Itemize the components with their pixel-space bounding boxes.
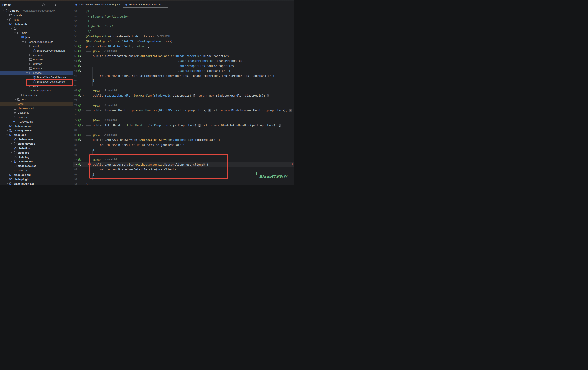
tree-item-authapplication[interactable]: CAuthApplication: [0, 88, 73, 93]
bean-navigate-right-icon[interactable]: [78, 69, 81, 72]
author-hint[interactable]: smallchill: [104, 104, 117, 107]
tree-item-blade-report[interactable]: blade-report: [0, 159, 73, 164]
line-number[interactable]: 54: [73, 25, 77, 28]
line-number[interactable]: 77: [73, 119, 77, 122]
chevron-down-icon[interactable]: [13, 32, 17, 34]
code-line-53[interactable]: 53 *: [73, 19, 294, 24]
code-line-51[interactable]: 51/**: [73, 9, 294, 14]
tree-item-blade-job[interactable]: blade-job: [0, 150, 73, 155]
author-hint[interactable]: smallchill: [104, 133, 117, 136]
code-line-56[interactable]: 56@Configuration(proxyBeanMethods = fals…: [73, 34, 294, 39]
chevron-right-icon[interactable]: [9, 160, 13, 163]
line-number[interactable]: 68: [73, 94, 77, 97]
tree-item-blade-auth[interactable]: blade-auth: [0, 22, 73, 26]
chevron-right-icon[interactable]: [9, 156, 13, 158]
line-number[interactable]: 55: [73, 30, 77, 33]
editor-tab-bladeauthconfiguration-java[interactable]: CBladeAuthConfiguration.java×: [123, 1, 168, 8]
line-number[interactable]: 60: [73, 55, 77, 57]
code-line-88[interactable]: 88public OAuth2UserService oAuth2UserSer…: [73, 162, 294, 167]
code-line-72[interactable]: 72@Beansmallchill: [73, 103, 294, 108]
chevron-right-icon[interactable]: [25, 54, 29, 56]
hide-panel-icon[interactable]: [66, 3, 70, 6]
bean-navigate-left-icon[interactable]: [78, 104, 81, 107]
line-number[interactable]: 91: [73, 178, 77, 181]
tree-item-bladeuserdetailservice[interactable]: CBladeUserDetailService: [0, 79, 73, 84]
fold-chevron-icon[interactable]: >: [82, 124, 84, 126]
tree-item-blade-plugin[interactable]: blade-plugin: [0, 177, 73, 181]
code-line-85[interactable]: 85}: [73, 147, 294, 152]
chevron-right-icon[interactable]: [9, 151, 13, 154]
tree-item-pom-xml[interactable]: mpom.xml: [0, 115, 73, 119]
line-number[interactable]: 51: [73, 10, 77, 13]
tree-item-blade-resource[interactable]: blade-resource: [0, 164, 73, 168]
tree-item-config[interactable]: config: [0, 44, 73, 48]
chevron-right-icon[interactable]: [9, 147, 13, 149]
chevron-down-icon[interactable]: [25, 45, 29, 47]
tree-item-blade-develop[interactable]: blade-develop: [0, 141, 73, 146]
code-line-67[interactable]: 67@Beansmallchill: [73, 88, 294, 93]
tree-item-granter[interactable]: granter: [0, 62, 73, 66]
line-number[interactable]: 92: [73, 183, 77, 185]
code-line-52[interactable]: 52 * BladeAuthConfiguration: [73, 14, 294, 19]
code-line-61[interactable]: 61 BladeTenantProperties tenantPropertie…: [73, 58, 294, 63]
tree-item-target[interactable]: target: [0, 102, 73, 106]
chevron-right-icon[interactable]: [5, 18, 9, 21]
tree-item-pom-xml[interactable]: mpom.xml: [0, 168, 73, 172]
close-icon[interactable]: ×: [164, 3, 166, 6]
line-number[interactable]: 82: [73, 134, 77, 137]
line-number[interactable]: 52: [73, 15, 77, 18]
tree-item-endpoint[interactable]: endpoint: [0, 57, 73, 62]
code-line-57[interactable]: 57@AutoConfigureBefore(OAuth2AutoConfigu…: [73, 39, 294, 44]
code-line-66[interactable]: 66: [73, 83, 294, 88]
expand-all-icon[interactable]: [47, 3, 51, 6]
tree-item-resources[interactable]: resources: [0, 93, 73, 97]
line-number[interactable]: 88: [73, 163, 77, 166]
chevron-right-icon[interactable]: [9, 142, 13, 145]
author-hint[interactable]: smallchill: [104, 89, 117, 92]
line-number[interactable]: 56: [73, 35, 77, 38]
tree-item-bladeauthconfiguration[interactable]: CBladeAuthConfiguration: [0, 48, 73, 53]
code-line-68[interactable]: 68>public BladeLockHandler lockHandler(B…: [73, 93, 294, 98]
tree-item--claude[interactable]: .claude: [0, 13, 73, 17]
bean-navigate-right-icon[interactable]: [78, 163, 81, 166]
chevron-down-icon[interactable]: [17, 36, 21, 39]
editor[interactable]: 51/**52 * BladeAuthConfiguration53 *54 *…: [73, 8, 294, 185]
line-number[interactable]: 85: [73, 148, 77, 151]
chevron-down-icon[interactable]: [21, 41, 25, 43]
line-number[interactable]: 78: [73, 124, 77, 127]
line-number[interactable]: 83: [73, 138, 77, 141]
chevron-right-icon[interactable]: [25, 67, 29, 70]
line-number[interactable]: 63: [73, 69, 77, 72]
code-line-65[interactable]: 65}: [73, 78, 294, 83]
author-hint[interactable]: smallchill: [104, 118, 117, 121]
tree-item--idea[interactable]: .idea: [0, 17, 73, 22]
code-line-58[interactable]: 58public class BladeAuthConfiguration {: [73, 44, 294, 49]
tree-item-main[interactable]: main: [0, 31, 73, 35]
code-line-73[interactable]: 73>public PasswordHandler passwordHandle…: [73, 108, 294, 113]
tree-item-bladex[interactable]: BladeX~/Workspaces/product/BladeX: [0, 9, 73, 13]
code-line-64[interactable]: 64return new BladeAuthorizationHandler(b…: [73, 73, 294, 78]
line-number[interactable]: 73: [73, 109, 77, 112]
chevron-right-icon[interactable]: [17, 94, 21, 96]
tree-item-service[interactable]: service: [0, 71, 73, 75]
chevron-right-icon[interactable]: [9, 138, 13, 140]
line-number[interactable]: 81: [73, 128, 77, 131]
tree-item-test[interactable]: test: [0, 97, 73, 102]
line-number[interactable]: 84: [73, 144, 77, 146]
code-line-81[interactable]: 81: [73, 127, 294, 133]
author-hint[interactable]: smallchill: [104, 158, 117, 161]
project-view-selector[interactable]: Project: [2, 3, 14, 6]
chevron-right-icon[interactable]: [5, 178, 9, 180]
tree-item-blade-common[interactable]: blade-common: [0, 124, 73, 128]
line-number[interactable]: 64: [73, 74, 77, 77]
bean-navigate-right-icon[interactable]: [78, 64, 81, 67]
tree-item-java[interactable]: java: [0, 35, 73, 40]
line-number[interactable]: 90: [73, 173, 77, 176]
fold-chevron-icon[interactable]: >: [82, 109, 84, 112]
chevron-right-icon[interactable]: [25, 58, 29, 61]
chevron-down-icon[interactable]: [5, 23, 9, 25]
line-number[interactable]: 67: [73, 89, 77, 92]
line-number[interactable]: 66: [73, 84, 77, 87]
chevron-right-icon[interactable]: [5, 125, 9, 127]
code-line-60[interactable]: 60public AuthorizationHandler authorizat…: [73, 53, 294, 59]
